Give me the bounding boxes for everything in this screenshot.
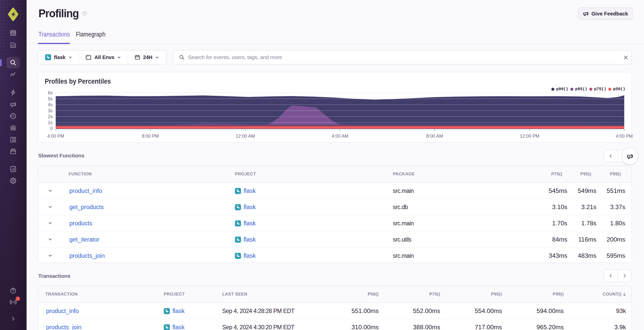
svg-text:2s: 2s — [48, 114, 53, 119]
svg-text:8:00 PM: 8:00 PM — [142, 134, 159, 139]
svg-text:3s: 3s — [48, 108, 53, 113]
svg-text:5s: 5s — [48, 96, 53, 101]
svg-text:4:00 PM: 4:00 PM — [47, 134, 64, 139]
svg-text:6s: 6s — [48, 90, 53, 95]
svg-text:4s: 4s — [48, 102, 53, 107]
svg-text:4:00 PM: 4:00 PM — [616, 134, 633, 139]
svg-text:12:00 PM: 12:00 PM — [520, 134, 539, 139]
svg-text:1s: 1s — [48, 120, 53, 125]
svg-text:4:00 AM: 4:00 AM — [332, 134, 348, 139]
svg-text:8:00 AM: 8:00 AM — [426, 134, 443, 139]
svg-text:0: 0 — [50, 126, 53, 131]
svg-text:12:00 AM: 12:00 AM — [236, 134, 255, 139]
